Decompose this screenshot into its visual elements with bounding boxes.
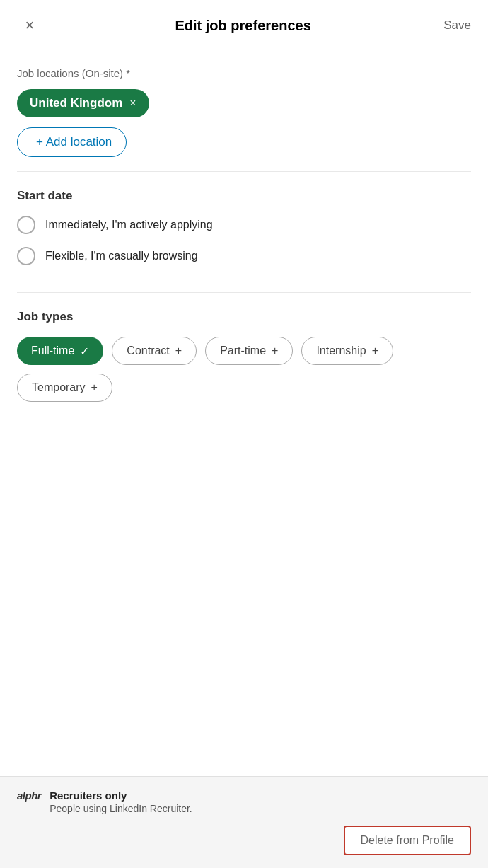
radio-immediately-circle[interactable] xyxy=(17,216,35,234)
job-type-tags: Full-time ✓ Contract + Part-time + Inter… xyxy=(17,337,471,402)
location-remove-icon[interactable]: × xyxy=(129,97,136,110)
start-date-title: Start date xyxy=(17,189,471,203)
job-locations-label: Job locations (On-site) * xyxy=(17,67,471,79)
location-tag-uk[interactable]: United Kingdom × xyxy=(17,89,149,117)
delete-from-profile-button[interactable]: Delete from Profile xyxy=(344,826,472,855)
radio-flexible[interactable]: Flexible, I'm casually browsing xyxy=(17,247,471,265)
page-wrapper: × Edit job preferences Save Job location… xyxy=(0,0,488,868)
job-type-internship-icon: + xyxy=(372,345,378,357)
recruiters-title: Recruiters only xyxy=(50,789,192,802)
job-types-title: Job types xyxy=(17,310,471,324)
job-type-fulltime[interactable]: Full-time ✓ xyxy=(17,337,103,365)
job-type-parttime-icon: + xyxy=(272,345,278,357)
job-type-internship[interactable]: Internship + xyxy=(301,337,393,365)
save-button[interactable]: Save xyxy=(443,18,471,33)
job-type-contract-icon: + xyxy=(175,345,182,357)
job-type-internship-label: Internship xyxy=(316,345,366,357)
job-type-temporary-label: Temporary xyxy=(32,381,86,394)
add-location-label: + Add location xyxy=(36,135,112,149)
header: × Edit job preferences Save xyxy=(0,0,488,50)
start-date-section: Start date Immediately, I'm actively app… xyxy=(17,172,471,293)
footer-section: alphr Recruiters only People using Linke… xyxy=(0,776,488,868)
content-area: Job locations (On-site) * United Kingdom… xyxy=(0,50,488,776)
job-locations-section: Job locations (On-site) * United Kingdom… xyxy=(17,50,471,172)
job-types-section: Job types Full-time ✓ Contract + Part-ti… xyxy=(17,293,471,416)
job-type-contract-label: Contract xyxy=(127,345,169,357)
delete-btn-wrapper: Delete from Profile xyxy=(17,826,471,855)
job-type-fulltime-label: Full-time xyxy=(31,345,74,357)
page-title: Edit job preferences xyxy=(175,18,310,34)
job-type-contract[interactable]: Contract + xyxy=(112,337,197,365)
location-tag-label: United Kingdom xyxy=(30,96,122,110)
job-type-parttime-label: Part-time xyxy=(220,345,266,357)
radio-immediately[interactable]: Immediately, I'm actively applying xyxy=(17,216,471,234)
recruiters-sub: People using LinkedIn Recruiter. xyxy=(50,803,192,814)
alphr-logo: alphr xyxy=(17,789,41,802)
job-type-temporary-icon: + xyxy=(91,381,98,394)
recruiters-row: alphr Recruiters only People using Linke… xyxy=(17,789,471,814)
recruiters-text: Recruiters only People using LinkedIn Re… xyxy=(50,789,192,814)
radio-immediately-label: Immediately, I'm actively applying xyxy=(45,219,213,231)
job-type-temporary[interactable]: Temporary + xyxy=(17,374,112,402)
job-type-parttime[interactable]: Part-time + xyxy=(205,337,293,365)
close-button[interactable]: × xyxy=(17,13,42,38)
add-location-button[interactable]: + Add location xyxy=(17,127,127,157)
radio-flexible-circle[interactable] xyxy=(17,247,35,265)
job-type-fulltime-icon: ✓ xyxy=(80,345,89,358)
radio-flexible-label: Flexible, I'm casually browsing xyxy=(45,250,198,262)
